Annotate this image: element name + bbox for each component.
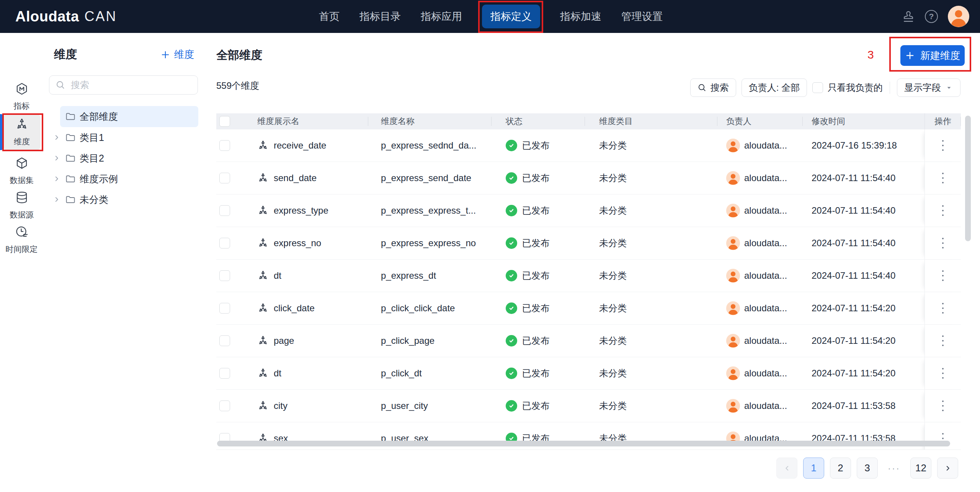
tree-node-dimension-example[interactable]: 维度示例 (43, 168, 204, 189)
owner-avatar (726, 366, 740, 380)
horizontal-scrollbar-thumb[interactable] (217, 441, 950, 446)
row-actions-kebab[interactable] (924, 195, 961, 227)
pagination-prev-button[interactable] (776, 458, 797, 479)
row-actions-kebab[interactable] (924, 292, 961, 324)
module-rail: 指标 维度 2 数据集 (0, 33, 44, 492)
plus-icon (905, 51, 915, 60)
table-header-row: 维度展示名 维度名称 状态 维度类目 负责人 修改时间 操作 (216, 113, 961, 129)
row-modified: 2024-07-11 11:54:40 (812, 173, 895, 183)
dimension-tree-icon (15, 118, 29, 133)
th-category: 维度类目 (585, 113, 717, 129)
row-category: 未分类 (599, 367, 627, 379)
row-checkbox[interactable] (219, 400, 230, 411)
tree-node-all-dimensions[interactable]: 全部维度 (60, 106, 198, 127)
row-actions-kebab[interactable] (924, 325, 961, 357)
vertical-scrollbar-thumb[interactable] (965, 116, 971, 241)
status-check-icon (506, 270, 517, 281)
kebab-icon (942, 270, 944, 282)
approval-stamp-icon[interactable] (902, 10, 915, 23)
tree-node-category1[interactable]: 类目1 (43, 127, 204, 148)
row-category: 未分类 (599, 172, 627, 184)
status-check-icon (506, 368, 517, 379)
user-avatar[interactable] (948, 6, 969, 27)
row-checkbox[interactable] (219, 368, 230, 379)
chevron-right-icon[interactable] (52, 175, 61, 183)
row-checkbox[interactable] (219, 205, 230, 216)
row-name: p_click_page (381, 335, 434, 346)
tree-panel-title: 维度 (54, 47, 77, 62)
rail-item-datasources[interactable]: 数据源 (0, 191, 43, 220)
th-actions: 操作 (924, 113, 961, 129)
chevron-right-icon[interactable] (52, 133, 61, 142)
owner-avatar (726, 269, 740, 283)
plus-icon (160, 50, 170, 60)
row-category: 未分类 (599, 270, 627, 282)
tree-search-input[interactable]: 搜索 (49, 75, 198, 95)
dimension-icon (257, 368, 269, 379)
pagination-next-button[interactable] (937, 458, 958, 479)
rail-item-datasets[interactable]: 数据集 (0, 156, 43, 186)
row-checkbox[interactable] (219, 335, 230, 346)
select-all-checkbox[interactable] (219, 116, 230, 127)
owner-filter-button[interactable]: 负责人: 全部 (742, 78, 807, 97)
th-modified: 修改时间 (802, 113, 924, 129)
row-owner: aloudata... (744, 270, 787, 281)
row-actions-kebab[interactable] (924, 227, 961, 259)
row-name: p_express_dt (381, 270, 436, 281)
nav-item-metric-app[interactable]: 指标应用 (421, 10, 462, 23)
nav-item-metric-definition[interactable]: 指标定义 1 (482, 5, 540, 28)
status-label: 已发布 (522, 400, 550, 412)
chevron-right-icon[interactable] (52, 154, 61, 162)
row-checkbox[interactable] (219, 140, 230, 151)
pagination: 1 2 3 ··· 12 (776, 458, 958, 479)
nav-item-admin-settings[interactable]: 管理设置 (621, 10, 663, 23)
row-checkbox[interactable] (219, 303, 230, 314)
row-actions-kebab[interactable] (924, 129, 961, 162)
help-icon[interactable]: ? (925, 10, 938, 23)
row-modified: 2024-07-11 11:54:20 (812, 335, 895, 346)
tree-node-list: 全部维度 类目1 (43, 106, 204, 210)
add-dimension-label: 维度 (174, 48, 194, 61)
chevron-right-icon[interactable] (52, 195, 61, 204)
row-category: 未分类 (599, 400, 627, 412)
topbar-right-icons: ? (902, 0, 969, 33)
pagination-page-1[interactable]: 1 (803, 458, 824, 479)
new-dimension-button[interactable]: 新建维度 (900, 45, 965, 66)
status-label: 已发布 (522, 302, 550, 314)
nav-item-metric-catalog[interactable]: 指标目录 (359, 10, 401, 23)
table-row: city p_user_city 已发布 未分类 (216, 390, 961, 422)
display-fields-button[interactable]: 显示字段 (897, 78, 960, 97)
row-actions-kebab[interactable] (924, 260, 961, 292)
rail-item-dimensions[interactable]: 维度 2 (3, 114, 41, 150)
only-mine-filter[interactable]: 只看我负责的 (812, 82, 883, 94)
kebab-icon (942, 302, 944, 314)
tree-node-uncategorized[interactable]: 未分类 (43, 189, 204, 210)
status-label: 已发布 (522, 204, 550, 217)
pagination-page-2[interactable]: 2 (830, 458, 851, 479)
rail-item-metrics[interactable]: 指标 (0, 82, 43, 111)
row-display-name: click_date (274, 303, 315, 314)
table-search-button[interactable]: 搜索 (690, 78, 736, 97)
row-name: p_click_click_date (381, 303, 455, 314)
row-checkbox[interactable] (219, 173, 230, 183)
nav-item-home[interactable]: 首页 (319, 10, 340, 23)
row-actions-kebab[interactable] (924, 357, 961, 389)
only-mine-checkbox[interactable] (812, 82, 823, 93)
rail-item-time-limit[interactable]: 时间限定 (0, 225, 43, 255)
nav-item-metric-acceleration[interactable]: 指标加速 (560, 10, 601, 23)
row-display-name: receive_date (274, 140, 326, 151)
tree-node-category2[interactable]: 类目2 (43, 148, 204, 168)
chevron-left-icon (783, 464, 791, 472)
dimension-icon (257, 237, 269, 249)
row-checkbox[interactable] (219, 238, 230, 248)
pagination-page-3[interactable]: 3 (857, 458, 878, 479)
add-dimension-link[interactable]: 维度 (160, 48, 194, 61)
dimension-tree-panel: 维度 维度 搜索 全部维度 (43, 33, 204, 492)
app-window: Aloudata CAN 首页 指标目录 指标应用 指标定义 1 指标加速 管理… (0, 0, 980, 492)
row-actions-kebab[interactable] (924, 390, 961, 422)
row-checkbox[interactable] (219, 270, 230, 281)
row-actions-kebab[interactable] (924, 162, 961, 194)
pagination-page-12[interactable]: 12 (910, 458, 931, 479)
row-display-name: city (274, 400, 287, 411)
folder-icon (65, 132, 75, 143)
